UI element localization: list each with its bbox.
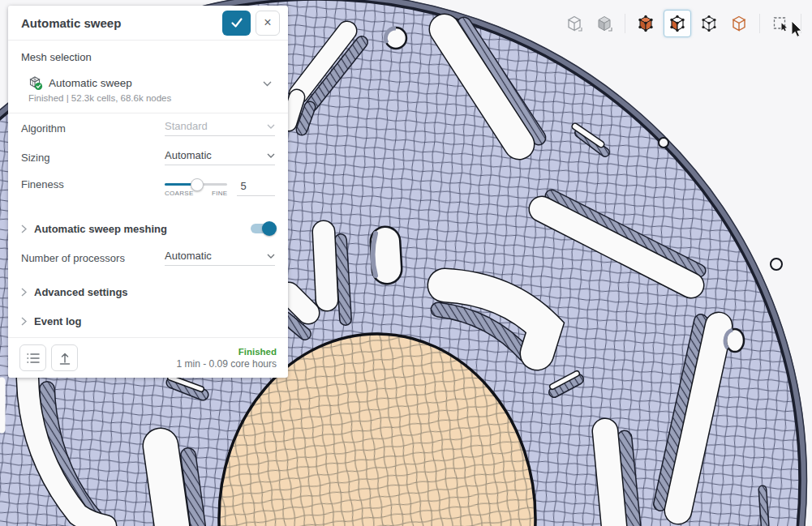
processors-row: Number of processors Automatic bbox=[21, 243, 275, 272]
sweep-meshing-row[interactable]: Automatic sweep meshing bbox=[21, 214, 275, 243]
sweep-meshing-label: Automatic sweep meshing bbox=[34, 223, 167, 235]
fineness-row: Fineness COARSE FINE 5 bbox=[21, 172, 275, 214]
toggle-knob bbox=[262, 221, 277, 236]
panel-footer: Finished 1 min - 0.09 core hours bbox=[8, 337, 288, 378]
automatic-sweep-panel: Automatic sweep × Mesh selection Automat… bbox=[8, 6, 288, 378]
toolbar-separator bbox=[625, 14, 625, 33]
chevron-right-icon bbox=[21, 225, 27, 233]
chevron-down-icon bbox=[267, 124, 275, 129]
processors-select[interactable]: Automatic bbox=[165, 250, 275, 266]
wireframe-view-button[interactable] bbox=[562, 11, 586, 36]
event-log-label: Event log bbox=[34, 315, 82, 327]
event-log-row[interactable]: Event log bbox=[21, 306, 275, 336]
fineness-value-input[interactable]: 5 bbox=[237, 178, 275, 196]
sizing-row: Sizing Automatic bbox=[21, 143, 275, 172]
chevron-down-icon[interactable] bbox=[263, 77, 272, 89]
mesh-selection-label: Mesh selection bbox=[21, 51, 275, 63]
panel-title: Automatic sweep bbox=[21, 16, 217, 30]
processors-value: Automatic bbox=[165, 250, 212, 262]
toolbar-separator bbox=[801, 14, 801, 33]
toolbar-separator bbox=[759, 14, 760, 33]
solid-view-button[interactable] bbox=[592, 11, 617, 36]
slider-max-label: FINE bbox=[212, 190, 227, 197]
upload-icon bbox=[58, 351, 72, 366]
fineness-slider[interactable]: COARSE FINE bbox=[165, 178, 227, 197]
mesh-log-button[interactable] bbox=[19, 344, 46, 371]
slider-track[interactable] bbox=[165, 183, 227, 186]
mesh-item-status: Finished | 52.3k cells, 68.6k nodes bbox=[28, 93, 275, 103]
export-mesh-button[interactable] bbox=[51, 344, 78, 371]
box-select-button[interactable] bbox=[768, 11, 793, 36]
mesh-surface-cube-icon bbox=[636, 14, 655, 33]
processors-label: Number of processors bbox=[21, 252, 165, 264]
close-icon: × bbox=[264, 16, 271, 29]
mesh-cube-check-icon bbox=[28, 75, 43, 91]
box-select-icon bbox=[771, 14, 790, 33]
view-mode-toolbar bbox=[562, 10, 804, 37]
close-button[interactable]: × bbox=[256, 11, 280, 36]
mesh-nodes-view-button[interactable] bbox=[697, 11, 721, 36]
chevron-down-icon bbox=[267, 254, 275, 259]
advanced-settings-row[interactable]: Advanced settings bbox=[21, 277, 275, 306]
advanced-settings-label: Advanced settings bbox=[34, 286, 128, 298]
surface-mesh-view-button[interactable] bbox=[634, 11, 658, 36]
mesh-edges-cube-icon bbox=[668, 14, 687, 33]
mesh-edges-view-button[interactable] bbox=[664, 10, 691, 37]
sizing-select[interactable]: Automatic bbox=[165, 149, 275, 165]
confirm-button[interactable] bbox=[222, 11, 251, 36]
algorithm-select[interactable]: Standard bbox=[165, 120, 275, 136]
run-duration-text: 1 min - 0.09 core hours bbox=[177, 358, 277, 370]
slider-min-label: COARSE bbox=[165, 190, 194, 197]
mesh-wireframe-view-button[interactable] bbox=[727, 11, 751, 36]
algorithm-row: Algorithm Standard bbox=[21, 113, 275, 143]
panel-header: Automatic sweep × bbox=[8, 6, 288, 40]
list-icon bbox=[26, 352, 41, 365]
divider bbox=[8, 40, 288, 41]
wireframe-cube-icon bbox=[565, 14, 584, 33]
mesh-nodes-cube-icon bbox=[699, 14, 719, 33]
mesh-item-label: Automatic sweep bbox=[49, 77, 132, 89]
chevron-right-icon bbox=[21, 288, 27, 297]
chevron-right-icon bbox=[21, 317, 27, 326]
fineness-label: Fineness bbox=[21, 178, 165, 190]
mesh-selection-item[interactable]: Automatic sweep Finished | 52.3k cells, … bbox=[28, 75, 275, 103]
sizing-label: Sizing bbox=[21, 152, 165, 164]
chevron-down-icon bbox=[267, 153, 275, 158]
sweep-meshing-toggle[interactable] bbox=[251, 224, 275, 233]
sizing-value: Automatic bbox=[165, 149, 212, 161]
solid-cube-icon bbox=[595, 14, 614, 33]
run-status-badge: Finished bbox=[177, 347, 277, 357]
orange-wireframe-cube-icon bbox=[729, 14, 749, 33]
algorithm-label: Algorithm bbox=[21, 122, 165, 135]
check-icon bbox=[230, 17, 243, 28]
algorithm-value: Standard bbox=[165, 120, 208, 132]
